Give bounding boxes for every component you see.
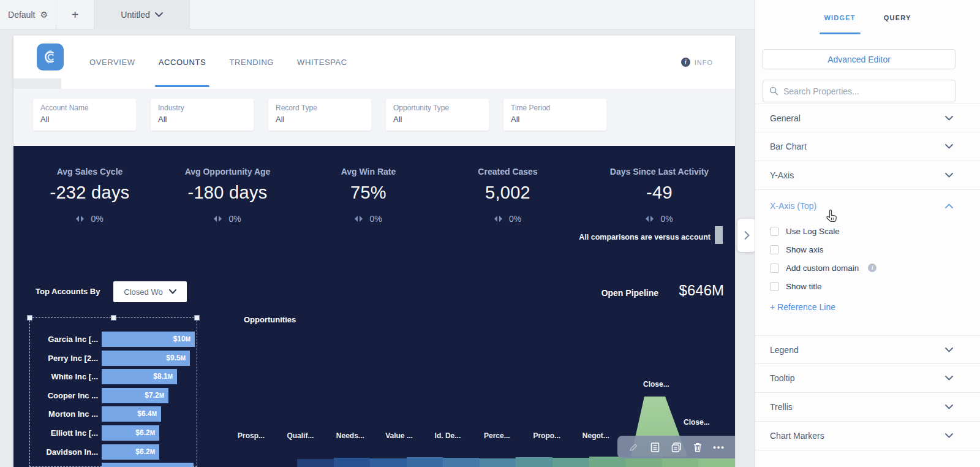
notes-icon[interactable] <box>649 442 660 453</box>
advanced-editor-button[interactable]: Advanced Editor <box>763 49 956 69</box>
bar-segment[interactable] <box>102 463 194 467</box>
kpi-delta: 0% <box>303 214 434 224</box>
kpi-avg-sales-cycle: Avg Sales Cycle-232 days0% <box>27 167 153 224</box>
table-row: Cooper Inc ...$7.2M <box>13 388 735 403</box>
info-button[interactable]: i INFO <box>681 58 713 67</box>
kpi-delta: 0% <box>27 214 153 224</box>
filter-opportunity-type[interactable]: Opportunity TypeAll <box>386 99 489 131</box>
dashboard-dark-section: Avg Sales Cycle-232 days0%Avg Opportunit… <box>13 146 735 467</box>
selection-handle[interactable] <box>27 315 32 321</box>
bar-segment[interactable]: $6.4M <box>102 406 161 422</box>
filter-record-type[interactable]: Record TypeAll <box>268 99 371 131</box>
bar-segment[interactable]: $6.2M <box>102 444 159 460</box>
kpi-delta: 0% <box>434 214 581 224</box>
triangle-left-icon <box>646 216 649 222</box>
triangle-left-icon <box>76 216 79 222</box>
section-bar-chart[interactable]: Bar Chart <box>755 132 980 161</box>
kpi-value: 75% <box>303 183 434 203</box>
bar-value-label: $7.2 <box>145 391 159 400</box>
bar-segment[interactable]: $6.2M <box>102 425 159 441</box>
panel-expander-button[interactable] <box>737 219 756 252</box>
add-reference-line-link[interactable]: + Reference Line <box>770 302 835 312</box>
bar-category-label: Morton Inc ... <box>27 406 98 422</box>
section-x-axis-top-label: X-Axis (Top) <box>770 201 816 211</box>
bar-value-unit: M <box>150 449 155 455</box>
triangle-left-icon <box>214 216 217 222</box>
selection-handle[interactable] <box>111 315 116 321</box>
kpi-value: 5,002 <box>434 183 581 203</box>
tab-query[interactable]: QUERY <box>884 0 911 36</box>
crescent-logo-icon <box>40 47 61 67</box>
section-trellis[interactable]: Trellis <box>755 393 980 422</box>
filter-time-period[interactable]: Time PeriodAll <box>503 99 606 131</box>
filter-industry[interactable]: IndustryAll <box>151 99 254 131</box>
active-tab-underline <box>155 85 210 87</box>
section-label: Trellis <box>770 402 793 412</box>
section-tooltip[interactable]: Tooltip <box>755 364 980 393</box>
filter-account-name[interactable]: Account NameAll <box>33 99 136 131</box>
chevron-down-icon <box>945 347 953 352</box>
kpi-days-since-last-activity: Days Since Last Activity-490% <box>581 167 735 224</box>
open-pipeline-label: Open Pipeline <box>601 288 658 298</box>
search-properties-box[interactable] <box>763 80 956 102</box>
top-accounts-dropdown[interactable]: Closed Wo <box>113 281 187 302</box>
dashboard-tab-accounts[interactable]: ACCOUNTS <box>155 36 210 89</box>
bar-category-label: Cooper Inc ... <box>27 388 98 403</box>
filter-label: Record Type <box>276 104 364 112</box>
chevron-down-icon <box>945 433 953 438</box>
bar-value-unit: M <box>150 430 155 436</box>
filter-label: Industry <box>158 104 246 112</box>
checkbox[interactable] <box>770 282 779 291</box>
scrollbar-thumb[interactable] <box>715 226 723 244</box>
clone-icon[interactable] <box>671 442 682 453</box>
ribbon-segment <box>297 459 334 467</box>
bar-value-label: $6.4 <box>137 409 151 418</box>
checkbox[interactable] <box>770 245 779 254</box>
mouse-cursor <box>825 210 839 227</box>
table-row: Morton Inc ...$6.4M <box>13 406 735 422</box>
panel-sections-above: GeneralBar ChartY-Axis <box>755 104 980 190</box>
dashboard-tab-whitespac[interactable]: WHITESPAC <box>293 36 351 89</box>
tab-widget[interactable]: WIDGET <box>824 0 856 36</box>
bar-segment[interactable]: $7.2M <box>102 388 168 403</box>
checkbox-label: Show title <box>786 282 822 291</box>
kpi-label: Avg Opportunity Age <box>153 167 303 177</box>
workspace-tab-default[interactable]: Default ⚙ <box>0 0 56 29</box>
kpi-value: -180 days <box>153 183 303 203</box>
delete-icon[interactable] <box>692 442 703 453</box>
option-use-log-scale: Use Log Scale <box>755 222 980 240</box>
bar-segment[interactable]: $8.1M <box>102 369 177 384</box>
edit-icon[interactable] <box>628 442 639 453</box>
filter-label: Account Name <box>40 104 129 112</box>
chevron-up-icon <box>945 203 953 208</box>
kpi-label: Avg Win Rate <box>303 167 434 177</box>
option-add-custom-domain: Add custom domaini <box>755 259 980 277</box>
add-page-button[interactable]: + <box>56 0 94 29</box>
section-legend[interactable]: Legend <box>755 335 980 364</box>
search-input[interactable] <box>783 86 949 96</box>
checkbox[interactable] <box>770 227 779 236</box>
checkbox-label: Use Log Scale <box>786 227 840 236</box>
triangle-right-icon <box>499 216 502 222</box>
ribbon-segment <box>370 458 407 467</box>
funnel-stage-label: Qualif... <box>287 431 336 440</box>
dashboard-tab-trending[interactable]: TRENDING <box>225 36 277 89</box>
selection-handle[interactable] <box>194 315 200 321</box>
info-icon[interactable]: i <box>868 264 876 272</box>
dashboard-tab-overview[interactable]: OVERVIEW <box>86 36 139 89</box>
checkbox[interactable] <box>770 264 779 273</box>
section-general[interactable]: General <box>755 104 980 132</box>
bar-category-label: Davidson In... <box>27 444 98 460</box>
workspace-tab-untitled[interactable]: Untitled <box>94 0 190 29</box>
bar-segment[interactable]: $9.5M <box>102 351 190 366</box>
more-icon[interactable]: ••• <box>714 442 725 453</box>
advanced-editor-label: Advanced Editor <box>827 55 891 64</box>
section-y-axis[interactable]: Y-Axis <box>755 161 980 190</box>
section-chart-markers[interactable]: Chart Markers <box>755 422 980 450</box>
chevron-down-icon <box>155 12 163 17</box>
section-x-axis-top[interactable]: X-Axis (Top) <box>755 191 980 221</box>
gear-icon[interactable]: ⚙ <box>40 10 48 20</box>
chevron-down-icon <box>945 116 953 121</box>
bar-segment[interactable]: $10M <box>102 332 195 347</box>
kpi-delta-value: 0% <box>660 214 673 224</box>
